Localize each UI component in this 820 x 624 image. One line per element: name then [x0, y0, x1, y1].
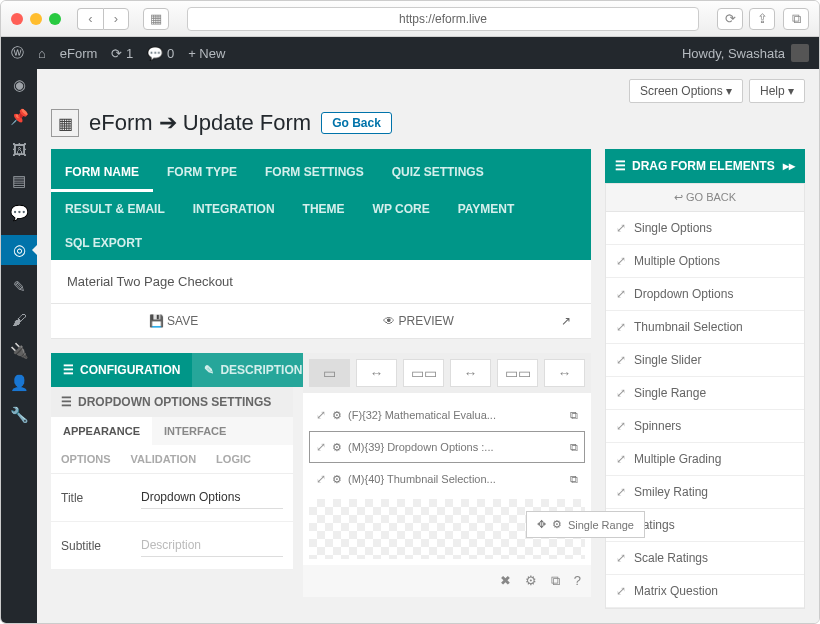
- pin-icon[interactable]: 📌: [9, 107, 29, 127]
- question-item[interactable]: ⤢ ⚙ (M){39} Dropdown Options :... ⧉: [309, 431, 585, 463]
- element-multiple-options[interactable]: ⤢Multiple Options: [606, 245, 804, 278]
- preview-button[interactable]: 👁 PREVIEW: [296, 304, 541, 338]
- gear-icon[interactable]: ⚙: [332, 441, 342, 454]
- element-multiple-grading[interactable]: ⤢Multiple Grading: [606, 443, 804, 476]
- element-single-options[interactable]: ⤢Single Options: [606, 212, 804, 245]
- dashboard-icon[interactable]: ◉: [9, 75, 29, 95]
- move-icon: ⤢: [316, 472, 326, 486]
- copy-icon[interactable]: ⧉: [570, 409, 578, 422]
- tab-quiz-settings[interactable]: QUIZ SETTINGS: [378, 155, 498, 192]
- browser-titlebar: ‹ › ▦ https://eform.live ⟳ ⇪ ⧉: [1, 1, 819, 37]
- tab-form-settings[interactable]: FORM SETTINGS: [251, 155, 378, 192]
- move-icon: ⤢: [316, 440, 326, 454]
- wp-logo-icon[interactable]: ⓦ: [11, 44, 24, 62]
- subtitle-input[interactable]: [141, 534, 283, 557]
- plugins-icon[interactable]: 🔌: [9, 341, 29, 361]
- minimize-window-icon[interactable]: [30, 13, 42, 25]
- help-button[interactable]: Help ▾: [749, 79, 805, 103]
- pencil-icon[interactable]: ✎: [9, 277, 29, 297]
- comments-menu-icon[interactable]: 💬: [9, 203, 29, 223]
- tab-description[interactable]: ✎ DESCRIPTION: [192, 353, 314, 387]
- title-input[interactable]: [141, 486, 283, 509]
- form-name-value[interactable]: Material Two Page Checkout: [51, 260, 591, 304]
- element-smiley-rating[interactable]: ⤢Smiley Rating: [606, 476, 804, 509]
- element-spinners[interactable]: ⤢Spinners: [606, 410, 804, 443]
- back-button[interactable]: ‹: [77, 8, 103, 30]
- copy-icon[interactable]: ⧉: [570, 441, 578, 454]
- element-single-range[interactable]: ⤢Single Range: [606, 377, 804, 410]
- settings-icon[interactable]: ⚙: [525, 573, 537, 589]
- gear-icon[interactable]: ⚙: [332, 409, 342, 422]
- eform-menu-icon[interactable]: ◎: [1, 235, 37, 265]
- comments-icon[interactable]: 💬 0: [147, 46, 174, 61]
- layout-expand-h2-button[interactable]: ↔: [450, 359, 491, 387]
- updates-icon[interactable]: ⟳ 1: [111, 46, 133, 61]
- tab-configuration[interactable]: ☰ CONFIGURATION: [51, 353, 192, 387]
- tab-result-email[interactable]: RESULT & EMAIL: [51, 192, 179, 226]
- element-single-slider[interactable]: ⤢Single Slider: [606, 344, 804, 377]
- layout-expand-h-button[interactable]: ↔: [356, 359, 397, 387]
- page-title: eForm ➔ Update Form: [89, 110, 311, 136]
- question-item[interactable]: ⤢ ⚙ (F){32} Mathematical Evalua... ⧉: [309, 399, 585, 431]
- drop-zone[interactable]: ✥ ⚙ Single Range: [309, 499, 585, 559]
- tab-theme[interactable]: THEME: [289, 192, 359, 226]
- wp-sidebar: ◉ 📌 🖼 ▤ 💬 ◎ ✎ 🖌 🔌 👤 🔧: [1, 69, 37, 623]
- layout-full-button[interactable]: ▭: [309, 359, 350, 387]
- element-thumbnail-selection[interactable]: ⤢Thumbnail Selection: [606, 311, 804, 344]
- tabs-overview-button[interactable]: ⧉: [783, 8, 809, 30]
- close-window-icon[interactable]: [11, 13, 23, 25]
- delete-icon[interactable]: ✖: [500, 573, 511, 589]
- brush-icon[interactable]: 🖌: [9, 309, 29, 329]
- tab-form-name[interactable]: FORM NAME: [51, 155, 153, 192]
- forward-button[interactable]: ›: [103, 8, 129, 30]
- layout-third-button[interactable]: ▭▭: [497, 359, 538, 387]
- external-link-button[interactable]: ↗: [541, 304, 591, 338]
- wp-admin-bar: ⓦ ⌂ eForm ⟳ 1 💬 0 + New Howdy, Swashata: [1, 37, 819, 69]
- screen-options-button[interactable]: Screen Options ▾: [629, 79, 743, 103]
- element-scale-ratings[interactable]: ⤢Scale Ratings: [606, 542, 804, 575]
- layout-half-button[interactable]: ▭▭: [403, 359, 444, 387]
- tab-integration[interactable]: INTEGRATION: [179, 192, 289, 226]
- element-matrix-question[interactable]: ⤢Matrix Question: [606, 575, 804, 608]
- elements-list: ⤢Single Options ⤢Multiple Options ⤢Dropd…: [605, 212, 805, 609]
- layout-expand-h3-button[interactable]: ↔: [544, 359, 585, 387]
- tab-payment[interactable]: PAYMENT: [444, 192, 529, 226]
- subtab-options[interactable]: OPTIONS: [51, 445, 121, 473]
- subtab-interface[interactable]: INTERFACE: [152, 417, 238, 445]
- dragging-element[interactable]: ✥ ⚙ Single Range: [526, 511, 645, 538]
- new-button[interactable]: + New: [188, 46, 225, 61]
- tools-icon[interactable]: 🔧: [9, 405, 29, 425]
- gear-icon: ⚙: [552, 518, 562, 531]
- subtab-validation[interactable]: VALIDATION: [121, 445, 207, 473]
- tabs-button[interactable]: ▦: [143, 8, 169, 30]
- reload-button[interactable]: ⟳: [717, 8, 743, 30]
- gear-icon[interactable]: ⚙: [332, 473, 342, 486]
- eform-icon: ▦: [51, 109, 79, 137]
- element-dropdown-options[interactable]: ⤢Dropdown Options: [606, 278, 804, 311]
- howdy-text[interactable]: Howdy, Swashata: [682, 46, 785, 61]
- subtab-logic[interactable]: LOGIC: [206, 445, 261, 473]
- tab-wp-core[interactable]: WP CORE: [359, 192, 444, 226]
- go-back-button[interactable]: Go Back: [321, 112, 392, 134]
- form-tabs: FORM NAME FORM TYPE FORM SETTINGS QUIZ S…: [51, 149, 591, 260]
- question-item[interactable]: ⤢ ⚙ (M){40} Thumbnail Selection... ⧉: [309, 463, 585, 495]
- pages-icon[interactable]: ▤: [9, 171, 29, 191]
- media-icon[interactable]: 🖼: [9, 139, 29, 159]
- tab-form-type[interactable]: FORM TYPE: [153, 155, 251, 192]
- help-icon[interactable]: ?: [574, 573, 581, 589]
- elements-panel-header: ☰ DRAG FORM ELEMENTS ▸▸: [605, 149, 805, 183]
- save-button[interactable]: 💾 SAVE: [51, 304, 296, 338]
- avatar[interactable]: [791, 44, 809, 62]
- collapse-icon[interactable]: ▸▸: [783, 159, 795, 173]
- tab-sql-export[interactable]: SQL EXPORT: [51, 226, 156, 260]
- maximize-window-icon[interactable]: [49, 13, 61, 25]
- copy-icon[interactable]: ⧉: [570, 473, 578, 486]
- home-icon[interactable]: ⌂: [38, 46, 46, 61]
- duplicate-icon[interactable]: ⧉: [551, 573, 560, 589]
- share-button[interactable]: ⇪: [749, 8, 775, 30]
- subtab-appearance[interactable]: APPEARANCE: [51, 417, 152, 445]
- panel-go-back[interactable]: ↩ GO BACK: [605, 183, 805, 212]
- users-icon[interactable]: 👤: [9, 373, 29, 393]
- site-name[interactable]: eForm: [60, 46, 98, 61]
- url-bar[interactable]: https://eform.live: [187, 7, 699, 31]
